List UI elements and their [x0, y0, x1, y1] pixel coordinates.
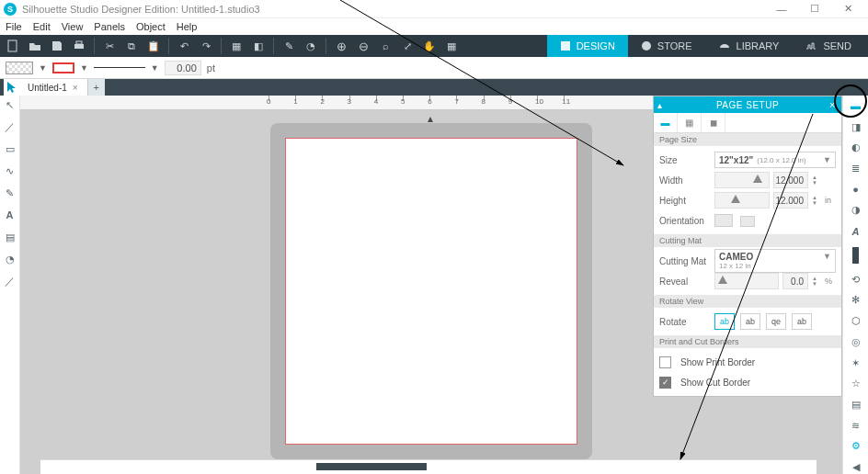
nav-store[interactable]: STORE: [628, 35, 705, 57]
select-tool-icon[interactable]: [4, 79, 18, 96]
menu-object[interactable]: Object: [136, 21, 166, 32]
show-cut-border-checkbox[interactable]: ✓: [659, 377, 671, 389]
brush-icon[interactable]: ✎: [280, 37, 298, 55]
document-tab-strip: Untitled-1 × +: [0, 79, 868, 96]
panel-tab-registration[interactable]: ◼: [702, 113, 725, 132]
fill-swatch[interactable]: [6, 62, 33, 74]
rotate-90-button[interactable]: ab: [740, 313, 760, 330]
nav-design[interactable]: DESIGN: [547, 35, 628, 57]
panel-collapse-icon[interactable]: ▴: [657, 100, 663, 110]
paste-icon[interactable]: 📋: [144, 37, 163, 55]
line-color-dropdown-icon[interactable]: ▼: [80, 63, 88, 73]
line-weight-value[interactable]: 0.00: [165, 61, 201, 75]
edit-points-icon[interactable]: ↖: [3, 97, 17, 112]
copy-icon[interactable]: ⧉: [122, 37, 141, 55]
close-button[interactable]: ✕: [831, 0, 864, 18]
rectangle-tool-icon[interactable]: ▭: [3, 141, 17, 156]
reveal-label: Reveal: [659, 276, 711, 287]
save-icon[interactable]: [48, 37, 66, 55]
offset-icon[interactable]: ◎: [848, 335, 864, 349]
menu-help[interactable]: Help: [177, 21, 198, 32]
pan-icon[interactable]: ✋: [420, 37, 439, 55]
menu-edit[interactable]: Edit: [33, 21, 51, 32]
transform-icon[interactable]: ⟲: [848, 273, 864, 287]
line-panel-icon[interactable]: ≋: [848, 419, 864, 433]
rotate-270-button[interactable]: ab: [792, 313, 812, 330]
trace-icon[interactable]: ◐: [848, 141, 864, 154]
line-color-swatch[interactable]: [52, 62, 74, 73]
line-tool-icon[interactable]: ／: [3, 119, 17, 134]
pixscan-icon[interactable]: ◨: [848, 120, 864, 134]
cut-icon[interactable]: ✂: [100, 37, 119, 55]
undo-icon[interactable]: ↶: [175, 37, 193, 55]
page-setup-icon[interactable]: ▬: [848, 99, 864, 113]
scrollbar-thumb[interactable]: [316, 463, 427, 470]
cutting-mat-dropdown[interactable]: CAMEO 12 x 12 in ▼: [714, 249, 836, 273]
new-file-icon[interactable]: [4, 37, 22, 55]
orientation-landscape-button[interactable]: [740, 216, 755, 227]
menu-file[interactable]: File: [6, 21, 22, 32]
close-tab-icon[interactable]: ×: [73, 83, 78, 93]
width-slider[interactable]: [714, 172, 770, 188]
width-label: Width: [659, 175, 711, 186]
show-print-border-checkbox[interactable]: [659, 356, 671, 368]
freehand-tool-icon[interactable]: ✎: [3, 186, 17, 200]
note-tool-icon[interactable]: ▤: [3, 230, 17, 244]
redo-icon[interactable]: ↷: [197, 37, 215, 55]
menu-panels[interactable]: Panels: [94, 21, 125, 32]
sketch-panel-icon[interactable]: ▤: [848, 398, 864, 412]
height-slider[interactable]: [714, 192, 770, 209]
menu-view[interactable]: View: [62, 21, 84, 32]
text-panel-icon[interactable]: A: [848, 224, 864, 238]
text-tool-icon[interactable]: A: [3, 208, 17, 222]
add-tab-button[interactable]: +: [88, 79, 105, 96]
rotate-0-button[interactable]: ab: [714, 313, 735, 330]
select-icon[interactable]: ◧: [249, 37, 268, 55]
orientation-portrait-button[interactable]: [714, 214, 733, 227]
panel-tab-grid[interactable]: ▦: [678, 113, 702, 132]
design-page[interactable]: [285, 138, 577, 445]
fill-panel-icon[interactable]: ●: [848, 183, 864, 197]
eyedrop-icon[interactable]: ◔: [302, 37, 320, 55]
modify-icon[interactable]: ⬡: [848, 314, 864, 328]
curve-tool-icon[interactable]: ∿: [3, 164, 17, 178]
zoom-out-icon[interactable]: ⊖: [354, 37, 372, 55]
eraser-tool-icon[interactable]: ◔: [3, 252, 17, 266]
panel-close-icon[interactable]: ×: [829, 99, 836, 110]
fill-dropdown-icon[interactable]: ▼: [39, 63, 47, 73]
zoom-fit-icon[interactable]: ⤢: [398, 37, 417, 55]
line-style-sample[interactable]: [94, 67, 145, 68]
reveal-input[interactable]: 0.0: [782, 273, 808, 289]
width-input[interactable]: 12.000: [773, 172, 808, 188]
line-style-dropdown-icon[interactable]: ▼: [151, 63, 159, 73]
size-dropdown[interactable]: 12"x12" (12.0 x 12.0 in) ▼: [714, 152, 836, 168]
reveal-slider[interactable]: [714, 273, 779, 289]
reveal-stepper[interactable]: ▲▼: [812, 276, 821, 287]
rotate-180-button[interactable]: qe: [766, 313, 786, 330]
height-input[interactable]: 12.000: [773, 192, 808, 209]
grid-icon[interactable]: ▦: [442, 37, 461, 55]
width-stepper[interactable]: ▲▼: [812, 175, 821, 186]
zoom-in-icon[interactable]: ⊕: [332, 37, 350, 55]
maximize-button[interactable]: ☐: [798, 0, 831, 18]
panel-tab-page[interactable]: ▬: [654, 113, 678, 132]
document-tab[interactable]: Untitled-1 ×: [18, 79, 88, 96]
height-stepper[interactable]: ▲▼: [812, 195, 821, 206]
panel-title-bar[interactable]: ▴ PAGE SETUP ×: [654, 96, 841, 113]
minimize-button[interactable]: —: [765, 0, 798, 18]
svg-rect-1: [74, 44, 84, 49]
print-icon[interactable]: [70, 37, 88, 55]
nav-send[interactable]: SEND: [792, 35, 864, 57]
contrast-icon[interactable]: ◑: [848, 204, 864, 218]
replicate-icon[interactable]: ✻: [848, 294, 864, 308]
select-group-icon[interactable]: ▦: [227, 37, 246, 55]
knife-tool-icon[interactable]: ／: [3, 274, 17, 288]
settings-gear-icon[interactable]: ⚙: [848, 440, 864, 454]
open-file-icon[interactable]: [26, 37, 44, 55]
nav-library[interactable]: LIBRARY: [705, 35, 793, 57]
layers-icon[interactable]: ≣: [848, 162, 864, 175]
stipple-icon[interactable]: ✶: [848, 356, 864, 370]
library-panel-icon[interactable]: ☆: [848, 377, 864, 390]
zoom-select-icon[interactable]: ⌕: [376, 37, 394, 55]
toggle-panels-icon[interactable]: ◀: [848, 460, 864, 474]
